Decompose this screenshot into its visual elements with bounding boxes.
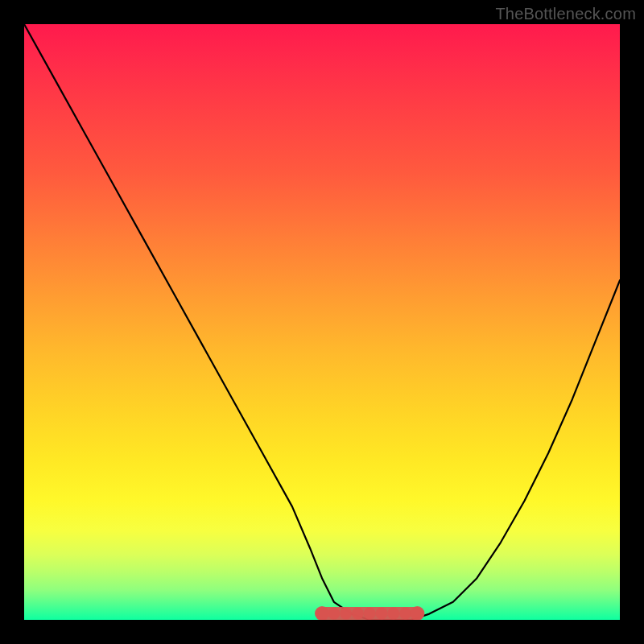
optimal-band-dot	[352, 608, 364, 620]
optimal-band-dot	[364, 608, 376, 620]
chart-frame: TheBottleneck.com	[0, 0, 644, 644]
optimal-band-dots	[315, 606, 424, 620]
watermark-text: TheBottleneck.com	[495, 5, 636, 23]
optimal-band-dot	[328, 608, 340, 620]
optimal-band-dot	[387, 608, 399, 620]
bottleneck-curve	[24, 24, 620, 620]
optimal-band-dot	[340, 608, 352, 620]
chart-svg	[24, 24, 620, 620]
optimal-band-dot	[399, 608, 411, 620]
optimal-band-dot	[376, 608, 388, 620]
plot-area	[24, 24, 620, 620]
